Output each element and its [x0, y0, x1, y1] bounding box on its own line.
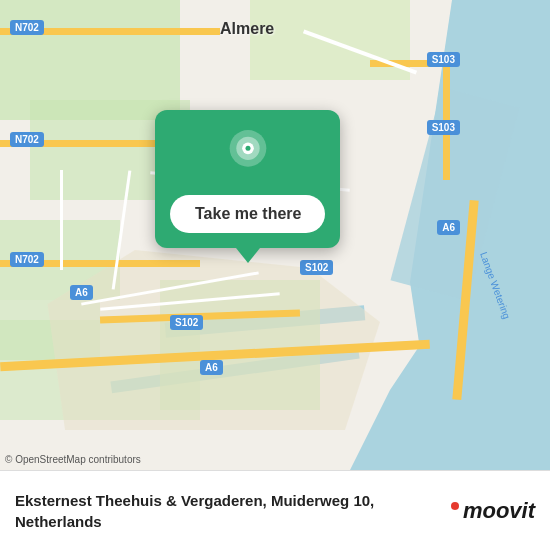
label-a6-2: A6	[200, 360, 223, 375]
label-a6-1: A6	[70, 285, 93, 300]
label-n702-3: N702	[10, 252, 44, 267]
label-n702-2: N702	[10, 132, 44, 147]
street-6	[60, 170, 63, 270]
map-container: N702 N702 N702 A6 A6 A6 S103 S103 S102 S…	[0, 0, 550, 470]
moovit-wordmark: moovit	[463, 498, 535, 524]
label-a6-3: A6	[437, 220, 460, 235]
location-title-text: Eksternest Theehuis & Vergaderen, Muider…	[15, 492, 374, 509]
svg-point-3	[245, 146, 250, 151]
popup-card[interactable]: Take me there	[155, 110, 340, 248]
map-copyright: © OpenStreetMap contributors	[5, 454, 141, 465]
label-s103-2: S103	[427, 120, 460, 135]
label-s102-2: S102	[300, 260, 333, 275]
location-subtitle: Netherlands	[15, 513, 102, 530]
info-bar: Eksternest Theehuis & Vergaderen, Muider…	[0, 470, 550, 550]
moovit-logo: moovit	[451, 498, 535, 524]
city-label: Almere	[220, 20, 274, 38]
moovit-dot	[451, 502, 459, 510]
label-s103-1: S103	[427, 52, 460, 67]
label-n702-1: N702	[10, 20, 44, 35]
location-info: Eksternest Theehuis & Vergaderen, Muider…	[15, 490, 451, 532]
take-me-there-button[interactable]: Take me there	[170, 195, 325, 233]
location-title: Eksternest Theehuis & Vergaderen, Muider…	[15, 490, 451, 532]
location-pin-icon	[223, 130, 273, 180]
label-s102-1: S102	[170, 315, 203, 330]
